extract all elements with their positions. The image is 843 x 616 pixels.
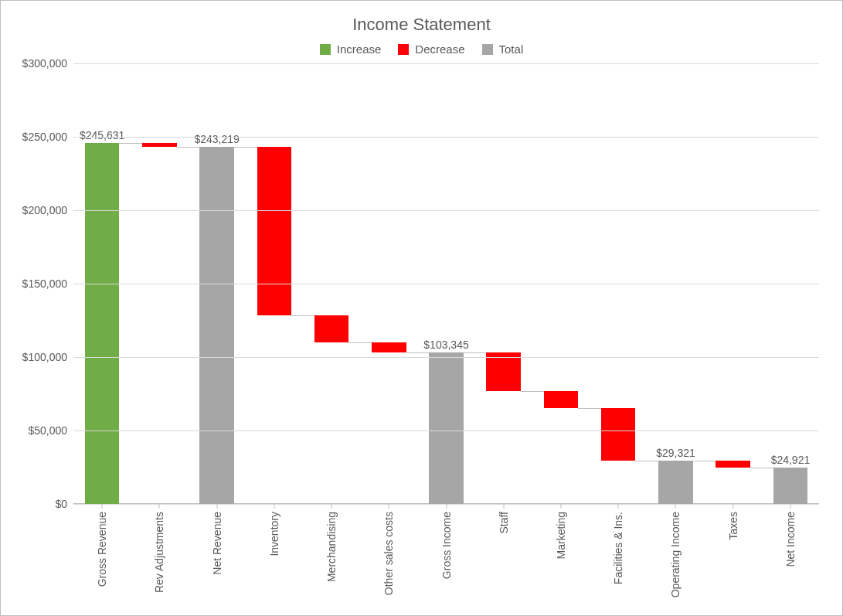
y-axis-label: $150,000 (19, 277, 67, 290)
legend: Increase Decrease Total (19, 43, 824, 56)
data-label: $24,921 (762, 454, 819, 468)
chart-title: Income Statement (19, 15, 824, 35)
x-axis-labels: Gross RevenueRev AdjustmentsNet RevenueI… (73, 504, 819, 604)
x-tick (503, 504, 504, 509)
x-tick (274, 504, 274, 509)
x-axis-label: Net Revenue (211, 512, 223, 575)
x-tick (331, 504, 332, 509)
plot-area: $245,631$243,219$103,345$29,321$24,921 $… (73, 63, 819, 504)
x-label-slot: Taxes (705, 504, 762, 604)
x-tick (790, 504, 790, 509)
x-axis-label: Facilities & Ins. (612, 512, 624, 584)
legend-label-increase: Increase (337, 43, 382, 56)
bar-total (199, 147, 234, 504)
x-label-slot: Gross Revenue (73, 504, 131, 604)
x-label-slot: Merchandising (303, 504, 360, 604)
bar-decrease (257, 147, 292, 315)
y-axis-label: $0 (19, 498, 67, 510)
bar-total (773, 468, 808, 504)
x-tick (560, 504, 561, 509)
x-axis-label: Operating Income (669, 512, 682, 597)
gridline (73, 284, 819, 284)
legend-label-decrease: Decrease (415, 43, 464, 56)
bar-decrease (486, 352, 521, 392)
data-label: $243,219 (188, 133, 245, 147)
gridline (73, 137, 819, 138)
x-label-slot: Net Revenue (188, 504, 245, 604)
y-axis-label: $100,000 (19, 351, 67, 363)
x-axis-label: Merchandising (325, 512, 338, 582)
x-label-slot: Staff (475, 504, 532, 604)
x-axis-label: Rev Adjustments (153, 512, 165, 593)
legend-swatch-increase (320, 44, 331, 55)
y-axis-label: $250,000 (19, 131, 67, 143)
bar-decrease (142, 143, 177, 147)
x-axis-label: Net Income (784, 512, 797, 567)
legend-decrease: Decrease (398, 43, 464, 56)
legend-swatch-total (482, 44, 493, 55)
bar-total (658, 461, 693, 504)
x-tick (389, 504, 389, 509)
x-axis-label: Marketing (555, 512, 567, 559)
x-tick (102, 504, 103, 509)
x-label-slot: Operating Income (647, 504, 704, 604)
chart-frame: Income Statement Increase Decrease Total… (0, 0, 843, 616)
x-axis-label: Staff (498, 512, 510, 534)
x-axis-label: Taxes (727, 512, 739, 540)
x-label-slot: Marketing (532, 504, 590, 604)
x-tick (618, 504, 619, 509)
gridline (73, 63, 819, 64)
gridline (73, 210, 819, 211)
gridline (73, 431, 819, 431)
bar-decrease (314, 315, 349, 342)
x-tick (733, 504, 733, 509)
gridline (73, 357, 819, 358)
y-axis-label: $300,000 (19, 57, 67, 70)
x-label-slot: Inventory (246, 504, 303, 604)
x-axis-label: Gross Income (440, 512, 453, 579)
bar-decrease (544, 391, 579, 407)
bar-increase (85, 143, 120, 504)
x-label-slot: Net Income (762, 504, 819, 604)
legend-swatch-decrease (398, 44, 409, 55)
bar-total (429, 352, 464, 504)
x-label-slot: Other sales costs (360, 504, 417, 604)
x-tick (446, 504, 447, 509)
x-tick (216, 504, 217, 509)
bar-decrease (601, 408, 636, 461)
x-label-slot: Facilities & Ins. (590, 504, 647, 604)
legend-label-total: Total (499, 43, 524, 56)
legend-increase: Increase (320, 43, 382, 56)
x-tick (675, 504, 676, 509)
x-label-slot: Rev Adjustments (131, 504, 188, 604)
data-label: $103,345 (417, 339, 474, 352)
x-axis-label: Inventory (268, 512, 280, 556)
y-axis-label: $200,000 (19, 204, 67, 216)
bar-decrease (372, 342, 406, 352)
y-axis-label: $50,000 (19, 424, 67, 437)
x-axis-label: Gross Revenue (96, 512, 108, 587)
x-axis-label: Other sales costs (382, 512, 395, 595)
legend-total: Total (482, 43, 524, 56)
x-label-slot: Gross Income (417, 504, 474, 604)
bar-decrease (716, 461, 750, 467)
data-label: $29,321 (647, 447, 704, 461)
x-tick (159, 504, 160, 509)
